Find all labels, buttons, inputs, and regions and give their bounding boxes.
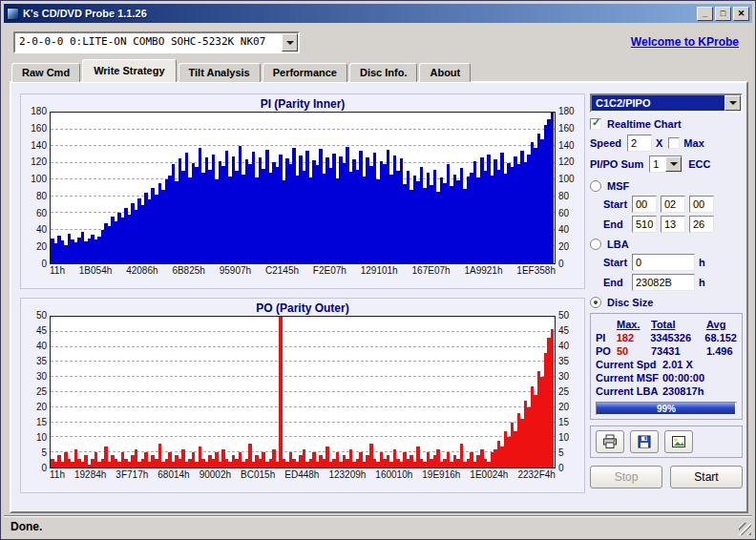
po-plot-area (50, 316, 556, 468)
lba-start-row: Start h (590, 254, 743, 271)
resize-grip[interactable] (739, 523, 751, 535)
y-tick-label: 80 (558, 192, 569, 201)
msf-start-m-input[interactable] (632, 196, 657, 213)
msf-start-f-input[interactable] (689, 196, 714, 213)
x-tick-label: 1EF358h (516, 265, 556, 276)
pipo-sum-row: PI/PO Sum 1 ECC (590, 156, 743, 173)
tab-label: Tilt Analysis (189, 67, 250, 78)
lba-radio[interactable] (590, 239, 601, 250)
current-lba-row: Current LBA 230817h (596, 384, 737, 398)
msf-end-s-input[interactable] (661, 216, 685, 233)
stats-header-avg: Avg (706, 319, 737, 330)
close-icon[interactable]: ✕ (733, 7, 749, 21)
y-tick-label: 50 (36, 311, 47, 321)
export-image-button[interactable] (664, 430, 693, 453)
x-tick-label: 90002h (200, 469, 231, 480)
y-tick-label: 30 (36, 372, 47, 382)
speed-row: Speed X Max (590, 135, 743, 152)
pi-chart-title: PI (Parity Inner) (25, 97, 580, 112)
y-tick-label: 45 (36, 326, 47, 336)
main-panel: PI (Parity Inner) 0204060801001201401601… (10, 81, 748, 513)
run-buttons-row: Stop Start (590, 466, 743, 488)
max-checkbox[interactable] (668, 137, 680, 149)
tab-disc-info[interactable]: Disc Info. (349, 63, 418, 82)
realtime-checkbox[interactable] (590, 118, 601, 130)
x-tick-label: 11h (50, 265, 65, 276)
tab-about[interactable]: About (419, 63, 471, 82)
current-speed-value: 2.01 X (662, 359, 693, 370)
printer-icon (602, 434, 618, 449)
speed-label: Speed (590, 137, 621, 149)
x-tick-label: 95907h (220, 265, 251, 276)
msf-end-f-input[interactable] (689, 216, 714, 233)
msf-end-m-input[interactable] (632, 216, 657, 233)
y-tick-label: 15 (36, 418, 47, 427)
disc-size-radio-row: Disc Size (590, 297, 743, 308)
stats-pi-total: 3345326 (650, 332, 704, 343)
x-tick-label: 42086h (126, 265, 158, 276)
x-tick-label: 1E0024h (470, 469, 508, 480)
po-chart: PO (Parity Outer) 05101520253035404550 0… (20, 298, 585, 493)
y-tick-label: 5 (558, 448, 564, 458)
disc-size-radio[interactable] (590, 297, 601, 308)
y-tick-label: 160 (31, 124, 47, 134)
progress-label: 99% (597, 404, 736, 414)
y-tick-label: 40 (36, 225, 47, 235)
y-tick-label: 180 (31, 107, 47, 116)
y-tick-label: 120 (31, 157, 47, 167)
y-tick-label: 20 (36, 242, 47, 252)
stats-header-max: Max. (617, 319, 651, 330)
y-tick-label: 15 (558, 418, 569, 427)
lba-end-input[interactable] (632, 274, 695, 291)
print-button[interactable] (596, 430, 624, 453)
drive-selector-dropdown-button[interactable] (282, 33, 298, 52)
tab-tilt-analysis[interactable]: Tilt Analysis (178, 63, 261, 82)
stats-po-total: 73431 (651, 345, 706, 357)
pipo-sum-value: 1 (650, 156, 665, 172)
tab-performance[interactable]: Performance (262, 63, 347, 82)
pipo-sum-dropdown-button[interactable] (665, 156, 682, 172)
bar-series (51, 113, 555, 263)
x-tick-label: 2232F4h (517, 469, 555, 480)
y-tick-label: 20 (36, 403, 47, 412)
current-lba-label: Current LBA (596, 385, 662, 397)
y-tick-label: 0 (558, 464, 564, 473)
stats-po-row: PO 50 73431 1.496 (596, 344, 737, 358)
msf-label: MSF (607, 180, 629, 192)
tab-write-strategy[interactable]: Write Strategy (82, 59, 176, 82)
y-tick-label: 140 (31, 141, 47, 151)
status-text: Done. (10, 520, 42, 533)
pipo-sum-unit: ECC (688, 158, 710, 170)
welcome-link[interactable]: Welcome to KProbe (631, 35, 739, 49)
lba-start-unit: h (699, 257, 705, 268)
drive-selector[interactable]: 2-0-0-0 0:LITE-ON COMBO SOHC-5232K NK07 (13, 31, 300, 53)
y-tick-label: 10 (36, 433, 47, 443)
po-y-axis-right: 05101520253035404550 (556, 316, 580, 468)
save-button[interactable] (630, 430, 659, 453)
mode-combo[interactable]: C1C2/PIPO (590, 93, 743, 113)
speed-input[interactable] (627, 135, 652, 152)
msf-start-s-input[interactable] (661, 196, 685, 213)
stop-button[interactable]: Stop (590, 466, 662, 488)
msf-end-label: End (603, 218, 632, 230)
floppy-save-icon (637, 434, 652, 449)
x-tick-label: 1B054h (79, 265, 112, 276)
dropdown-arrow-icon (670, 162, 678, 170)
pipo-sum-combo[interactable]: 1 (649, 156, 682, 173)
x-tick-label: F2E07h (313, 265, 346, 276)
stats-po-avg: 1.496 (706, 345, 737, 357)
minimize-icon[interactable]: _ (697, 7, 713, 21)
start-button[interactable]: Start (670, 466, 743, 488)
pipo-sum-label: PI/PO Sum (590, 158, 643, 170)
y-tick-label: 50 (558, 311, 569, 321)
bar (279, 317, 283, 467)
lba-start-input[interactable] (632, 254, 695, 271)
y-tick-label: 100 (558, 175, 575, 184)
tab-label: Raw Cmd (22, 67, 70, 78)
mode-combo-field: C1C2/PIPO (592, 95, 724, 111)
msf-radio[interactable] (590, 180, 601, 192)
x-tick-label: 167E07h (412, 265, 451, 276)
mode-combo-dropdown-button[interactable] (724, 95, 741, 111)
tab-raw-cmd[interactable]: Raw Cmd (11, 63, 80, 82)
maximize-icon[interactable]: □ (715, 7, 731, 21)
